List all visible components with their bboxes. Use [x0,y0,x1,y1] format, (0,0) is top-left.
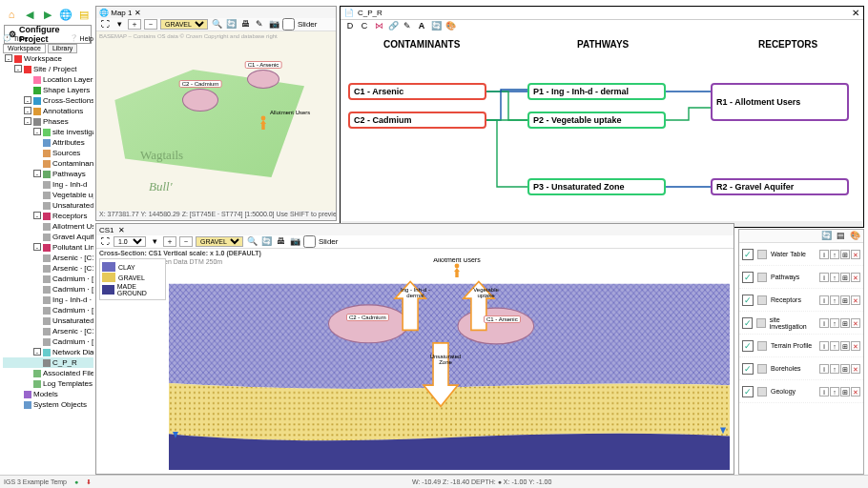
tree-node[interactable]: Arsenic · [C1] [3,326,93,336]
tree-node[interactable]: Arsenic · [C1] [3,253,93,263]
layer-delete-icon[interactable]: ✕ [851,341,860,351]
layer-expand-icon[interactable]: ⊞ [840,387,850,396]
edit-icon[interactable]: ✎ [254,19,265,30]
layer-name[interactable]: Geology [771,388,796,395]
tree-node[interactable]: -Cross-Sections [3,95,93,106]
time-link[interactable]: 🕐 Time [3,32,28,44]
tree-node[interactable]: Location Layers [3,74,93,85]
cs-canvas[interactable]: Allotment Users Ing - Inh-d -dermal Vege… [169,258,730,470]
refresh-icon[interactable]: 🔄 [820,231,832,242]
tree-node[interactable]: Attributes [3,137,93,148]
palette-icon[interactable]: 🎨 [849,231,860,242]
layer-expand-icon[interactable]: ⊞ [840,341,850,351]
refresh-icon[interactable]: 🔄 [225,19,237,30]
cpr-node-c1[interactable]: C1 - Arsenic [348,83,486,100]
layer-visibility-checkbox[interactable]: ✓ [742,272,754,283]
layer-visibility-checkbox[interactable]: ✓ [742,295,754,306]
slider-checkbox[interactable] [303,235,316,248]
text-icon[interactable]: A [416,21,427,32]
layer-name[interactable]: Water Table [771,251,806,257]
layer-delete-icon[interactable]: ✕ [851,387,860,396]
expand-icon[interactable]: ⛶ [99,236,111,248]
plus-button[interactable]: ＋ [128,19,141,30]
camera-icon[interactable]: 📷 [289,236,300,248]
cs-tab[interactable]: CS1 [99,226,114,234]
tree-node[interactable]: C_P_R [3,357,93,368]
layer-up-icon[interactable]: ↑ [830,295,839,305]
filter-icon[interactable]: ▤ [835,231,846,242]
map-tab[interactable]: 🌐 Map 1 ✕ [99,9,141,17]
tab-workspace[interactable]: Workspace [3,44,46,53]
zoom-icon[interactable]: 🔍 [211,19,222,30]
tree-node[interactable]: Shape Layers [3,85,93,95]
scale-select[interactable]: 1.0 [114,236,146,247]
layer-up-icon[interactable]: ↑ [830,250,839,259]
tree-node[interactable]: -Receptors [3,211,93,221]
layer-up-icon[interactable]: ↑ [830,318,839,328]
layer-name[interactable]: Terrain Profile [771,342,812,349]
tree-node[interactable]: -Phases [3,116,93,127]
layer-expand-icon[interactable]: ⊞ [840,250,850,259]
tree-node[interactable]: -Annotations [3,106,93,116]
tree-node[interactable]: Contaminants [3,158,93,169]
palette-icon[interactable]: 🎨 [444,21,456,32]
cpr-node-r1[interactable]: R1 - Allotment Users [711,83,849,121]
layer-info-icon[interactable]: i [819,273,829,282]
tree-node[interactable]: -Network Diagr [3,347,93,357]
zoom-icon[interactable]: 🔍 [246,236,258,248]
layer-info-icon[interactable]: i [819,387,829,396]
tree-node[interactable]: Cadmium · [C2 [3,274,93,284]
help-link[interactable]: ❔ Help [70,32,93,44]
tool-c-icon[interactable]: C [359,21,370,32]
tree-node[interactable]: -site investigation [3,127,93,137]
layer-up-icon[interactable]: ↑ [830,364,839,374]
cpr-node-p2[interactable]: P2 - Vegetable uptake [527,112,666,129]
layer-visibility-checkbox[interactable]: ✓ [742,249,754,260]
layer-name[interactable]: site investigation [770,316,816,330]
minus-button[interactable]: － [179,236,193,247]
nav-right-icon[interactable]: ▶ [40,7,55,22]
layer-info-icon[interactable]: i [819,250,829,259]
globe-icon[interactable]: 🌐 [58,7,73,22]
tree-node[interactable]: Log Templates [3,378,93,389]
contaminant-blob-c2[interactable]: C2 - Cadmium [182,89,218,112]
layer-delete-icon[interactable]: ✕ [851,250,860,259]
layer-name[interactable]: Boreholes [771,365,801,372]
layer-visibility-checkbox[interactable]: ✓ [742,386,754,397]
close-icon[interactable]: ✕ [118,226,125,234]
refresh-icon[interactable]: 🔄 [430,21,442,32]
map-canvas[interactable]: BASEMAP – Contains OS data © Crown Copyr… [96,31,336,211]
project-tree[interactable]: -Workspace-Site / ProjectLocation Layers… [3,53,93,475]
layer-info-icon[interactable]: i [819,341,829,351]
tree-node[interactable]: Unsaturated Z [3,315,93,326]
refresh-icon[interactable]: 🔄 [260,236,272,248]
layer-info-icon[interactable]: i [819,364,829,374]
plus-button[interactable]: ＋ [163,236,176,247]
layer-delete-icon[interactable]: ✕ [851,295,860,305]
tree-node[interactable]: -Site / Project [3,64,93,74]
receptor-marker[interactable] [258,115,268,131]
tree-node[interactable]: System Objects [3,399,93,410]
cpr-node-c2[interactable]: C2 - Cadmium [348,112,486,129]
home-icon[interactable]: ⌂ [4,7,19,22]
tree-node[interactable]: Cadmium · [C2 [3,305,93,315]
tree-node[interactable]: Cadmium · [C2 [3,336,93,347]
tree-node[interactable]: Models [3,389,93,399]
layer-delete-icon[interactable]: ✕ [851,273,860,282]
print-icon[interactable]: 🖶 [275,236,286,248]
layer-expand-icon[interactable]: ⊞ [840,273,850,282]
layer-name[interactable]: Receptors [771,296,801,303]
layer-delete-icon[interactable]: ✕ [851,364,860,374]
tree-node[interactable]: Unsaturated Z [3,200,93,211]
tree-node[interactable]: Sources [3,148,93,158]
layer-icon[interactable]: ▤ [76,7,92,22]
tree-node[interactable]: -Pathways [3,169,93,179]
contaminant-blob-c1[interactable]: C1 - Arsenic [247,70,279,89]
link-icon[interactable]: 🔗 [387,21,399,32]
expand-icon[interactable]: ⛶ [99,19,111,30]
layer-visibility-checkbox[interactable]: ✓ [742,317,753,329]
bowtie-icon[interactable]: ⋈ [373,21,384,32]
layer-visibility-checkbox[interactable]: ✓ [742,363,754,375]
cpr-canvas[interactable]: CONTAMINANTS PATHWAYS RECEPTORS C1 - Ars… [341,33,854,221]
tree-node[interactable]: Arsenic · [C1] [3,263,93,274]
